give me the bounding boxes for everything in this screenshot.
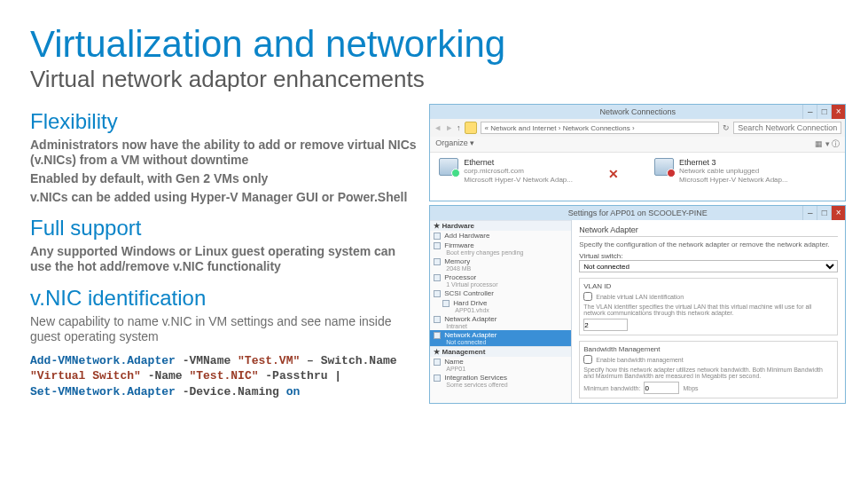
close-button[interactable]: ×	[831, 105, 845, 119]
code-devicenaming: -Device.Naming	[183, 385, 279, 398]
nc-title: Network Connections	[599, 107, 676, 116]
code-dash: –	[307, 354, 314, 367]
tree-netadapter-1[interactable]: Network AdapterIntranet	[430, 314, 571, 330]
maximize-button[interactable]: □	[817, 206, 831, 220]
code-vswitch: "Virtual Switch"	[30, 369, 141, 383]
vlan-checkbox[interactable]	[583, 292, 592, 301]
nic-icon	[654, 158, 674, 176]
tree-name[interactable]: NameAPP01	[430, 357, 571, 373]
nc-toolbar: Organize ▾ ▦ ▾ ⓘ	[430, 137, 845, 153]
code-cmd2: Set-VMNetwork.Adapter	[30, 385, 176, 398]
nav-back-icon[interactable]: ◄	[434, 123, 442, 132]
vswitch-select[interactable]: Not connected	[579, 260, 838, 272]
bw-text: Specify how this network adapter utilize…	[583, 367, 833, 379]
bw-unit: Mbps	[683, 385, 698, 391]
nic-eth-domain: corp.microsoft.com	[464, 167, 573, 175]
code-testnic: "Test.NIC"	[189, 369, 258, 383]
minimize-button[interactable]: –	[802, 105, 817, 119]
folder-icon	[465, 122, 477, 134]
section-flexibility-heading: Flexibility	[30, 109, 417, 134]
code-vmname: -VMName	[183, 354, 231, 367]
vswitch-label: Virtual switch:	[579, 252, 838, 260]
vlan-id-input[interactable]	[583, 319, 628, 331]
breadcrumb[interactable]: « Network and Internet › Network Connect…	[481, 122, 720, 134]
bandwidth-box: Bandwidth Management Enable bandwidth ma…	[579, 341, 838, 398]
code-on: on	[286, 385, 301, 398]
section-fullsupport-heading: Full support	[30, 216, 417, 241]
code-cmd1: Add-VMNetwork.Adapter	[30, 354, 176, 367]
nic-ethernet3[interactable]: Ethernet 3 Network cable unplugged Micro…	[654, 158, 788, 184]
maximize-button[interactable]: □	[817, 105, 831, 119]
vnic-p1: New capability to name v.NIC in VM setti…	[30, 314, 417, 344]
code-testvm: "Test.VM"	[238, 354, 300, 367]
network-connections-window: Network Connections – □ × ◄ ► ↑ « Networ…	[429, 104, 846, 201]
bw-min-label: Minimum bandwidth:	[583, 385, 640, 391]
nic-ethernet[interactable]: Ethernet corp.microsoft.com Microsoft Hy…	[439, 158, 573, 184]
settings-title: Settings for APP01 on SCOOLEY-PINE	[568, 209, 708, 217]
right-column: Network Connections – □ × ◄ ► ↑ « Networ…	[429, 104, 838, 480]
nic-eth-name: Ethernet	[464, 158, 573, 167]
nav-fwd-icon[interactable]: ►	[445, 123, 453, 132]
tree-netadapter-2[interactable]: Network AdapterNot connected	[430, 330, 571, 346]
nic-eth3-status: Network cable unplugged	[679, 167, 788, 175]
form-header: Network Adapter	[579, 225, 838, 237]
tree-integration[interactable]: Integration ServicesSome services offere…	[430, 373, 571, 389]
powershell-code: Add-VMNetwork.Adapter -VMName "Test.VM" …	[30, 353, 417, 400]
nic-icon	[439, 158, 458, 176]
settings-titlebar[interactable]: Settings for APP01 on SCOOLEY-PINE – □ ×	[430, 206, 845, 220]
slide-subtitle: Virtual network adaptor enhancements	[30, 66, 838, 93]
flex-p2: Enabled by default, with Gen 2 VMs only	[30, 171, 417, 186]
nc-titlebar[interactable]: Network Connections – □ ×	[430, 105, 845, 119]
refresh-icon[interactable]: ↻	[723, 123, 730, 132]
vm-settings-window: Settings for APP01 on SCOOLEY-PINE – □ ×…	[429, 205, 846, 404]
tree-firmware[interactable]: FirmwareBoot entry changes pending	[430, 241, 571, 256]
flex-p3: v.NICs can be added using Hyper-V Manage…	[30, 190, 417, 205]
vlan-heading: VLAN ID	[583, 282, 833, 290]
code-pipe: |	[334, 369, 341, 383]
bw-checkbox[interactable]	[583, 355, 592, 364]
red-x-icon: ✕	[608, 167, 619, 184]
tree-processor[interactable]: Processor1 Virtual processor	[430, 272, 571, 288]
bw-min-input[interactable]	[644, 382, 679, 394]
vlan-box: VLAN ID Enable virtual LAN identificatio…	[579, 278, 838, 335]
settings-tree: ★ Hardware Add Hardware FirmwareBoot ent…	[430, 220, 572, 403]
settings-form: Network Adapter Specify the configuratio…	[572, 220, 845, 403]
tree-scsi[interactable]: SCSI Controller	[430, 288, 571, 298]
left-column: Flexibility Administrators now have the …	[30, 104, 417, 480]
full-p1: Any supported Windows or Linux guest ope…	[30, 244, 417, 274]
search-input[interactable]	[733, 122, 841, 134]
nic-eth-adapter: Microsoft Hyper-V Network Adap...	[464, 176, 573, 184]
code-name: -Name	[148, 369, 183, 383]
nic-eth3-adapter: Microsoft Hyper-V Network Adap...	[679, 176, 788, 184]
organize-menu[interactable]: Organize ▾	[435, 138, 474, 150]
flex-p1: Administrators now have the ability to a…	[30, 138, 417, 168]
code-switchname: Switch.Name	[321, 354, 397, 367]
bw-heading: Bandwidth Management	[583, 345, 833, 353]
close-button[interactable]: ×	[831, 206, 845, 220]
vlan-text: The VLAN identifier specifies the virtua…	[583, 304, 833, 316]
code-passthru: -Passthru	[265, 369, 327, 383]
tree-add-hardware[interactable]: Add Hardware	[430, 231, 571, 241]
form-desc: Specify the configuration of the network…	[579, 241, 838, 248]
nav-up-icon[interactable]: ↑	[457, 123, 461, 132]
tree-memory[interactable]: Memory2048 MB	[430, 256, 571, 272]
tree-harddrive[interactable]: Hard DriveAPP01.vhdx	[430, 298, 571, 314]
nc-address-bar: ◄ ► ↑ « Network and Internet › Network C…	[430, 119, 845, 137]
nic-eth3-name: Ethernet 3	[679, 158, 788, 167]
tree-management-group: ★ Management	[430, 346, 571, 357]
minimize-button[interactable]: –	[802, 206, 817, 220]
tree-hardware-group: ★ Hardware	[430, 220, 571, 231]
bw-chk-label: Enable bandwidth management	[596, 357, 683, 363]
view-icons[interactable]: ▦ ▾ ⓘ	[815, 138, 840, 150]
vlan-chk-label: Enable virtual LAN identification	[596, 294, 684, 300]
section-vnic-heading: v.NIC identification	[30, 286, 417, 311]
slide-title: Virtualization and networking	[30, 25, 838, 64]
